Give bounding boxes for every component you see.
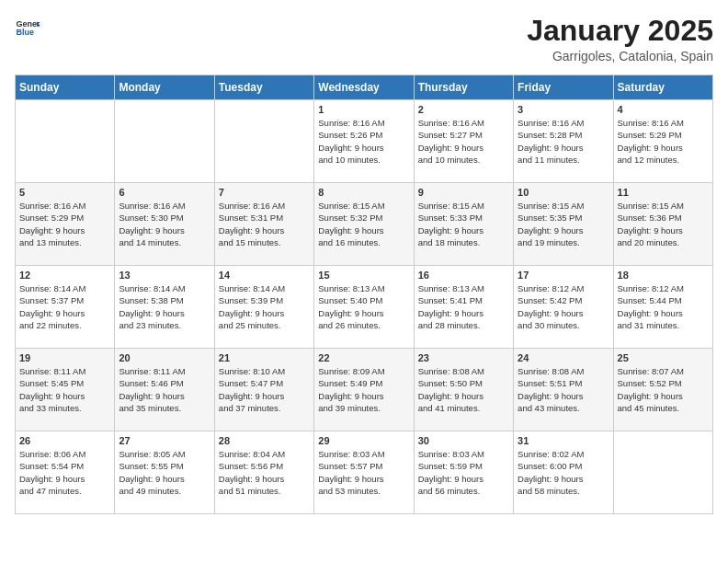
calendar-cell: 5Sunrise: 8:16 AM Sunset: 5:29 PM Daylig…	[16, 183, 115, 266]
calendar-cell: 12Sunrise: 8:14 AM Sunset: 5:37 PM Dayli…	[16, 266, 115, 349]
calendar-cell: 1Sunrise: 8:16 AM Sunset: 5:26 PM Daylig…	[314, 100, 414, 183]
day-info: Sunrise: 8:12 AM Sunset: 5:44 PM Dayligh…	[618, 282, 709, 331]
weekday-header-monday: Monday	[115, 75, 214, 100]
weekday-header-saturday: Saturday	[613, 75, 712, 100]
calendar-cell: 30Sunrise: 8:03 AM Sunset: 5:59 PM Dayli…	[414, 431, 513, 514]
day-number: 19	[19, 352, 110, 363]
day-number: 17	[518, 270, 609, 281]
day-info: Sunrise: 8:10 AM Sunset: 5:47 PM Dayligh…	[219, 365, 310, 414]
day-number: 20	[119, 352, 210, 363]
calendar-cell: 9Sunrise: 8:15 AM Sunset: 5:33 PM Daylig…	[414, 183, 513, 266]
calendar-cell: 7Sunrise: 8:16 AM Sunset: 5:31 PM Daylig…	[214, 183, 313, 266]
day-info: Sunrise: 8:16 AM Sunset: 5:26 PM Dayligh…	[318, 117, 409, 166]
calendar-cell: 26Sunrise: 8:06 AM Sunset: 5:54 PM Dayli…	[16, 431, 115, 514]
page-header: General Blue January 2025 Garrigoles, Ca…	[15, 15, 713, 63]
day-info: Sunrise: 8:14 AM Sunset: 5:38 PM Dayligh…	[119, 282, 210, 331]
day-number: 3	[518, 104, 609, 115]
day-number: 21	[219, 352, 310, 363]
calendar-cell: 16Sunrise: 8:13 AM Sunset: 5:41 PM Dayli…	[414, 266, 513, 349]
day-number: 4	[618, 104, 709, 115]
calendar-cell: 4Sunrise: 8:16 AM Sunset: 5:29 PM Daylig…	[613, 100, 712, 183]
calendar-cell: 22Sunrise: 8:09 AM Sunset: 5:49 PM Dayli…	[314, 349, 414, 431]
weekday-header-tuesday: Tuesday	[214, 75, 313, 100]
day-number: 14	[219, 270, 310, 281]
day-info: Sunrise: 8:03 AM Sunset: 5:59 PM Dayligh…	[418, 448, 509, 497]
calendar-cell: 20Sunrise: 8:11 AM Sunset: 5:46 PM Dayli…	[115, 349, 214, 431]
calendar-cell: 15Sunrise: 8:13 AM Sunset: 5:40 PM Dayli…	[314, 266, 414, 349]
calendar-cell: 11Sunrise: 8:15 AM Sunset: 5:36 PM Dayli…	[613, 183, 712, 266]
calendar-cell: 21Sunrise: 8:10 AM Sunset: 5:47 PM Dayli…	[214, 349, 313, 431]
weekday-header-sunday: Sunday	[16, 75, 115, 100]
weekday-header-friday: Friday	[514, 75, 613, 100]
calendar-cell: 2Sunrise: 8:16 AM Sunset: 5:27 PM Daylig…	[414, 100, 513, 183]
day-info: Sunrise: 8:16 AM Sunset: 5:29 PM Dayligh…	[618, 117, 709, 166]
calendar-cell: 6Sunrise: 8:16 AM Sunset: 5:30 PM Daylig…	[115, 183, 214, 266]
day-number: 23	[418, 352, 509, 363]
day-number: 5	[19, 187, 110, 198]
day-number: 22	[318, 352, 409, 363]
day-number: 25	[618, 352, 709, 363]
day-info: Sunrise: 8:09 AM Sunset: 5:49 PM Dayligh…	[318, 365, 409, 414]
calendar-cell: 19Sunrise: 8:11 AM Sunset: 5:45 PM Dayli…	[16, 349, 115, 431]
calendar-cell: 29Sunrise: 8:03 AM Sunset: 5:57 PM Dayli…	[314, 431, 414, 514]
day-info: Sunrise: 8:13 AM Sunset: 5:41 PM Dayligh…	[418, 282, 509, 331]
day-number: 27	[119, 435, 210, 446]
day-number: 12	[19, 270, 110, 281]
day-info: Sunrise: 8:15 AM Sunset: 5:35 PM Dayligh…	[518, 200, 609, 248]
calendar-cell: 18Sunrise: 8:12 AM Sunset: 5:44 PM Dayli…	[613, 266, 712, 349]
day-info: Sunrise: 8:06 AM Sunset: 5:54 PM Dayligh…	[19, 448, 110, 497]
day-info: Sunrise: 8:16 AM Sunset: 5:28 PM Dayligh…	[518, 117, 609, 166]
calendar-cell: 27Sunrise: 8:05 AM Sunset: 5:55 PM Dayli…	[115, 431, 214, 514]
day-number: 8	[318, 187, 409, 198]
logo-icon: General Blue	[15, 15, 40, 40]
location-title: Garrigoles, Catalonia, Spain	[527, 49, 713, 63]
calendar-cell	[115, 100, 214, 183]
day-number: 11	[618, 187, 709, 198]
calendar-cell: 31Sunrise: 8:02 AM Sunset: 6:00 PM Dayli…	[514, 431, 613, 514]
day-info: Sunrise: 8:14 AM Sunset: 5:37 PM Dayligh…	[19, 282, 110, 331]
day-number: 13	[119, 270, 210, 281]
calendar-cell: 3Sunrise: 8:16 AM Sunset: 5:28 PM Daylig…	[514, 100, 613, 183]
day-info: Sunrise: 8:13 AM Sunset: 5:40 PM Dayligh…	[318, 282, 409, 331]
calendar-cell: 13Sunrise: 8:14 AM Sunset: 5:38 PM Dayli…	[115, 266, 214, 349]
day-number: 7	[219, 187, 310, 198]
day-info: Sunrise: 8:11 AM Sunset: 5:46 PM Dayligh…	[119, 365, 210, 414]
day-info: Sunrise: 8:11 AM Sunset: 5:45 PM Dayligh…	[19, 365, 110, 414]
day-number: 31	[518, 435, 609, 446]
calendar-cell: 10Sunrise: 8:15 AM Sunset: 5:35 PM Dayli…	[514, 183, 613, 266]
day-info: Sunrise: 8:16 AM Sunset: 5:31 PM Dayligh…	[219, 200, 310, 248]
day-info: Sunrise: 8:05 AM Sunset: 5:55 PM Dayligh…	[119, 448, 210, 497]
day-info: Sunrise: 8:16 AM Sunset: 5:29 PM Dayligh…	[19, 200, 110, 248]
day-info: Sunrise: 8:02 AM Sunset: 6:00 PM Dayligh…	[518, 448, 609, 497]
day-info: Sunrise: 8:08 AM Sunset: 5:50 PM Dayligh…	[418, 365, 509, 414]
svg-text:Blue: Blue	[16, 28, 34, 37]
month-title: January 2025	[527, 15, 713, 47]
day-info: Sunrise: 8:03 AM Sunset: 5:57 PM Dayligh…	[318, 448, 409, 497]
weekday-header-thursday: Thursday	[414, 75, 513, 100]
day-number: 28	[219, 435, 310, 446]
weekday-header-wednesday: Wednesday	[314, 75, 414, 100]
day-info: Sunrise: 8:07 AM Sunset: 5:52 PM Dayligh…	[618, 365, 709, 414]
day-number: 9	[418, 187, 509, 198]
calendar-cell: 28Sunrise: 8:04 AM Sunset: 5:56 PM Dayli…	[214, 431, 313, 514]
day-info: Sunrise: 8:15 AM Sunset: 5:36 PM Dayligh…	[618, 200, 709, 248]
day-number: 24	[518, 352, 609, 363]
calendar-cell	[214, 100, 313, 183]
day-number: 18	[618, 270, 709, 281]
day-number: 10	[518, 187, 609, 198]
day-info: Sunrise: 8:04 AM Sunset: 5:56 PM Dayligh…	[219, 448, 310, 497]
calendar-cell: 24Sunrise: 8:08 AM Sunset: 5:51 PM Dayli…	[514, 349, 613, 431]
calendar-cell: 14Sunrise: 8:14 AM Sunset: 5:39 PM Dayli…	[214, 266, 313, 349]
day-number: 15	[318, 270, 409, 281]
day-number: 26	[19, 435, 110, 446]
day-number: 29	[318, 435, 409, 446]
day-number: 2	[418, 104, 509, 115]
day-number: 6	[119, 187, 210, 198]
calendar-cell: 17Sunrise: 8:12 AM Sunset: 5:42 PM Dayli…	[514, 266, 613, 349]
day-info: Sunrise: 8:15 AM Sunset: 5:33 PM Dayligh…	[418, 200, 509, 248]
day-info: Sunrise: 8:08 AM Sunset: 5:51 PM Dayligh…	[518, 365, 609, 414]
calendar-cell	[613, 431, 712, 514]
calendar-cell: 23Sunrise: 8:08 AM Sunset: 5:50 PM Dayli…	[414, 349, 513, 431]
day-number: 1	[318, 104, 409, 115]
day-info: Sunrise: 8:15 AM Sunset: 5:32 PM Dayligh…	[318, 200, 409, 248]
